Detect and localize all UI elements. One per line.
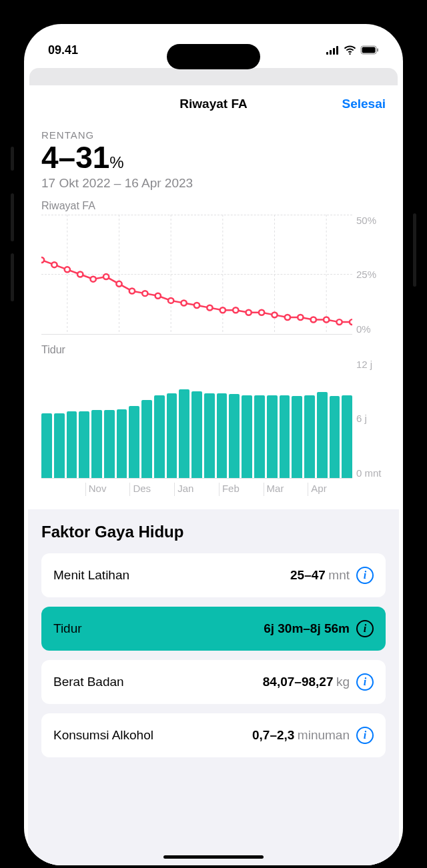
svg-rect-2 [333, 48, 335, 55]
bar [204, 393, 215, 478]
x-tick: Feb [219, 483, 264, 496]
factor-card-berat-badan[interactable]: Berat Badan84,07–98,27 kgi [41, 660, 386, 704]
y-tick: 0% [356, 323, 386, 335]
svg-point-22 [155, 293, 161, 298]
y-tick: 0 mnt [356, 467, 386, 479]
factor-value: 0,7–2,3 minuman [252, 728, 350, 743]
svg-point-13 [41, 257, 44, 263]
x-tick: Jan [174, 483, 219, 496]
bar [117, 409, 127, 478]
svg-rect-3 [336, 46, 338, 55]
svg-point-34 [311, 317, 316, 322]
background-sheet [29, 68, 398, 85]
svg-rect-1 [330, 50, 332, 55]
page-title: Riwayat FA [179, 97, 247, 111]
lifestyle-factors-section: Faktor Gaya Hidup Menit Latihan25–47 mnt… [28, 509, 399, 865]
svg-rect-6 [377, 49, 378, 52]
bar [79, 411, 89, 478]
fa-history-chart[interactable]: Riwayat FA 50% 25% 0% [41, 200, 386, 335]
wifi-icon [344, 45, 356, 55]
bar [242, 395, 252, 478]
bar [292, 396, 302, 477]
y-tick: 50% [356, 215, 386, 226]
x-tick [41, 483, 85, 496]
done-button[interactable]: Selesai [342, 97, 386, 111]
x-tick: Apr [308, 483, 352, 496]
bar [280, 395, 290, 478]
bar [304, 395, 315, 478]
bar [179, 389, 189, 478]
bar [91, 410, 102, 477]
factor-name: Konsumsi Alkohol [53, 728, 153, 743]
info-icon[interactable]: i [356, 567, 374, 584]
home-indicator[interactable] [163, 855, 264, 859]
bar [154, 395, 165, 478]
bar [191, 391, 202, 478]
y-tick: 25% [356, 269, 386, 280]
svg-point-32 [285, 315, 290, 320]
svg-point-14 [51, 262, 57, 267]
chart-title-fa: Riwayat FA [41, 200, 386, 212]
svg-point-19 [116, 281, 121, 286]
modal-sheet: Riwayat FA Selesai RENTANG 4–31% 17 Okt … [28, 85, 399, 865]
nav-bar: Riwayat FA Selesai [28, 85, 399, 123]
bar [67, 411, 77, 478]
svg-rect-5 [362, 47, 376, 53]
svg-point-26 [207, 305, 212, 310]
chart-title-sleep: Tidur [41, 344, 386, 356]
factor-card-menit-latihan[interactable]: Menit Latihan25–47 mnti [41, 553, 386, 597]
factor-name: Tidur [53, 621, 82, 636]
svg-point-15 [65, 267, 70, 272]
range-label: RENTANG [41, 129, 386, 141]
bar [41, 413, 52, 478]
factor-name: Berat Badan [53, 675, 124, 689]
range-value: 4–31% [41, 141, 386, 175]
svg-point-30 [259, 309, 264, 315]
info-icon[interactable]: i [356, 727, 374, 744]
x-tick: Mar [264, 483, 308, 496]
svg-point-20 [129, 288, 135, 293]
range-percent: % [109, 153, 123, 171]
svg-point-23 [168, 297, 173, 303]
status-time: 09.41 [48, 43, 78, 57]
battery-icon [360, 45, 379, 55]
bar [342, 395, 352, 478]
date-range: 17 Okt 2022 – 16 Apr 2023 [41, 176, 386, 191]
bar [129, 406, 139, 477]
svg-point-18 [103, 274, 109, 279]
bar [167, 393, 177, 478]
svg-point-24 [181, 300, 186, 305]
bar [330, 396, 340, 477]
info-icon[interactable]: i [356, 620, 374, 637]
svg-point-21 [142, 291, 147, 296]
factor-name: Menit Latihan [53, 568, 129, 583]
factor-card-konsumsi-alkohol[interactable]: Konsumsi Alkohol0,7–2,3 minumani [41, 713, 386, 757]
bar [141, 400, 152, 477]
svg-point-37 [350, 319, 352, 325]
cellular-icon [326, 46, 340, 55]
x-tick: Nov [85, 483, 130, 496]
y-tick: 12 j [356, 359, 386, 370]
bar [317, 392, 328, 477]
svg-point-36 [336, 319, 342, 325]
factor-value: 84,07–98,27 kg [263, 675, 350, 689]
svg-point-27 [220, 307, 226, 313]
svg-point-29 [246, 309, 252, 315]
factor-card-tidur[interactable]: Tidur6j 30m–8j 56mi [41, 607, 386, 651]
svg-point-35 [324, 317, 329, 322]
bar [104, 410, 115, 477]
svg-point-17 [91, 276, 96, 281]
svg-point-31 [272, 312, 277, 317]
svg-point-16 [77, 271, 83, 277]
factor-value: 6j 30m–8j 56m [264, 621, 350, 636]
svg-point-25 [194, 303, 199, 308]
bar [54, 413, 65, 478]
bar [217, 393, 228, 478]
svg-point-33 [298, 315, 303, 320]
range-number: 4–31 [41, 140, 109, 175]
sleep-chart[interactable]: Tidur 12 j 6 j 0 mnt NovDesJanFebMarApr [41, 344, 386, 496]
svg-rect-0 [326, 52, 328, 55]
factor-value: 25–47 mnt [290, 568, 350, 583]
factors-title: Faktor Gaya Hidup [41, 523, 386, 541]
info-icon[interactable]: i [356, 673, 374, 691]
